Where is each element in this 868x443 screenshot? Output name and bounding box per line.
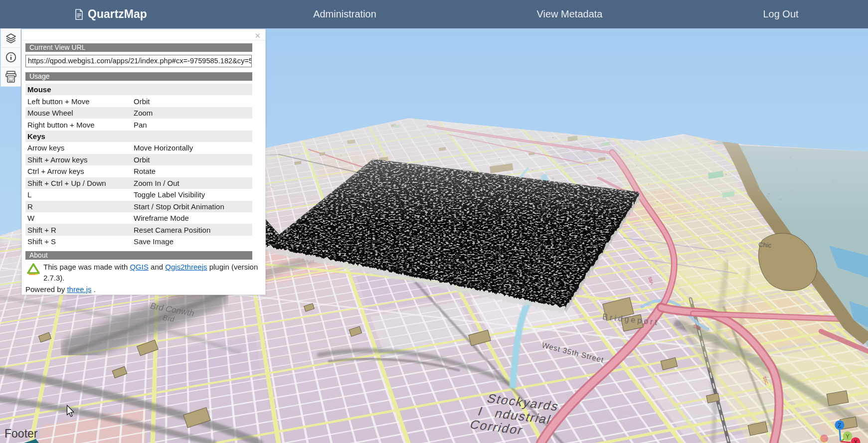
- svg-text:X: X: [854, 439, 858, 443]
- svg-text:Z: Z: [838, 422, 841, 429]
- svg-text:Y: Y: [846, 433, 850, 440]
- svg-text:Chic: Chic: [758, 241, 772, 249]
